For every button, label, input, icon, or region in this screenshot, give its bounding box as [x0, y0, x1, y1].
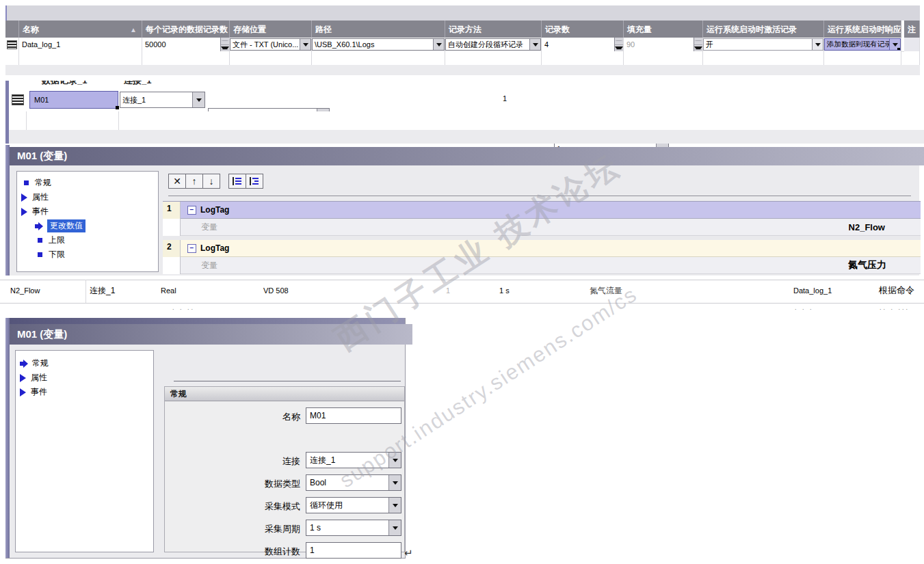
expand-triangle-icon[interactable]	[21, 208, 27, 216]
collapse-minus-icon[interactable]: −	[187, 206, 196, 215]
delete-x-icon: ✕	[173, 176, 181, 187]
dropdown-arrow-icon[interactable]	[192, 92, 204, 107]
dropdown-arrow-icon[interactable]	[529, 39, 540, 50]
fill-level-spinner[interactable]	[694, 38, 702, 51]
general-group-box: 常规 名称 M01 连接 连接_1 数据类型 Bool	[164, 386, 405, 552]
n2-data-log: Data_log_1	[793, 286, 832, 295]
method-combobox[interactable]: 自动创建分段循环记录	[445, 38, 541, 51]
current-item-arrow-icon	[20, 360, 28, 368]
name-input[interactable]: M01	[306, 407, 401, 424]
selection-handle[interactable]	[897, 48, 901, 51]
param-value[interactable]: N2_Flow	[849, 222, 885, 232]
nav-item-general[interactable]: 常规	[16, 356, 153, 371]
col-header-enable-at-startup[interactable]: 运行系统启动时激活记录	[703, 21, 824, 38]
nav-item-general[interactable]: 常规	[17, 176, 158, 190]
field-name: 名称 M01	[165, 407, 406, 425]
nav-label: 属性	[31, 372, 47, 384]
field-label: 连接	[165, 455, 300, 468]
col-header-startup-response[interactable]: 运行系统启动时响应	[824, 21, 901, 38]
acq-cycle-select[interactable]: 1 s	[306, 520, 401, 536]
enable-startup-combobox[interactable]: 开	[703, 38, 823, 51]
log-count-spinner[interactable]	[614, 38, 623, 51]
nav-item-value-change[interactable]: 更改数值	[17, 219, 158, 233]
log-table-empty-row[interactable]	[5, 51, 920, 66]
function-row-2-param[interactable]: 变量 氮气压力	[163, 257, 921, 274]
array-count-input[interactable]: 1	[306, 542, 401, 559]
col-header-fill-level[interactable]: 填充量	[624, 21, 703, 38]
sort-ascending-icon[interactable]: ▲	[130, 26, 137, 33]
dropdown-arrow-icon[interactable]	[300, 39, 311, 50]
n2-flow-row[interactable]: N2_Flow 连接_1 Real VD 508 1 1 s 氮气流量 Data…	[0, 277, 924, 312]
col-header-log-count[interactable]: 记录数	[542, 21, 624, 38]
dropdown-arrow-icon[interactable]	[388, 453, 401, 468]
expand-triangle-icon[interactable]	[20, 388, 26, 397]
n2-name: N2_Flow	[10, 286, 40, 295]
delete-button[interactable]: ✕	[168, 174, 186, 189]
panel-title: M01 (变量)	[17, 150, 67, 163]
connection-combobox[interactable]: 连接_1	[120, 92, 205, 108]
arrow-up-icon: ↑	[192, 176, 197, 187]
selection-handle[interactable]	[116, 106, 119, 109]
nav-item-properties[interactable]: 属性	[17, 190, 158, 204]
path-combobox[interactable]: \USB_X60.1\Logs	[312, 38, 445, 51]
move-down-button[interactable]: ↓	[202, 174, 220, 189]
col-label: 名称	[23, 24, 39, 36]
storage-combobox[interactable]: 文件 - TXT (Unico...	[230, 38, 311, 51]
col-header-method[interactable]: 记录方法	[445, 21, 542, 38]
startup-response-combobox[interactable]: 添加数据到现有记录...	[824, 38, 901, 51]
panel-body: 常规 属性 事件 常规 名称 M01 连接 连接_1	[10, 345, 405, 558]
col-header-name[interactable]: 名称 ▲	[19, 21, 142, 38]
function-row-1[interactable]: 1 − LogTag	[163, 201, 921, 219]
panel-body: 常规 属性 事件 更改数值 上限 下限 ✕ ↑ ↓	[10, 165, 919, 276]
row-number: 1	[163, 202, 181, 219]
function-row-2[interactable]: 2 − LogTag	[163, 240, 921, 257]
cell-log-name[interactable]: Data_log_1	[19, 38, 142, 51]
col-header-storage[interactable]: 存储位置	[230, 21, 312, 38]
log-table-filler	[5, 65, 920, 75]
log-table-row: Data_log_1 50000 文件 - TXT (Unico... \USB…	[5, 38, 920, 52]
nav-item-upper-limit[interactable]: 上限	[17, 233, 158, 247]
group-title: 常规	[170, 388, 187, 400]
data-type-select[interactable]: Bool	[306, 474, 401, 491]
dropdown-arrow-icon[interactable]	[388, 520, 401, 535]
square-bullet-icon	[24, 180, 29, 185]
param-value[interactable]: 氮气压力	[848, 259, 886, 271]
collapse-minus-icon[interactable]: −	[187, 244, 196, 253]
events-properties-panel: M01 (变量) 常规 属性 事件 更改数值 上限 下限 ✕ ↑ ↓	[5, 145, 919, 276]
col-header-records-per-log[interactable]: 每个记录的数据记录数	[142, 21, 230, 38]
expand-triangle-icon[interactable]	[21, 193, 27, 202]
cell-records-per-log[interactable]: 50000	[142, 38, 230, 51]
expand-triangle-icon[interactable]	[20, 374, 26, 382]
col-header-path[interactable]: 路径	[312, 21, 445, 38]
square-bullet-icon	[38, 238, 42, 243]
row-selector-cell[interactable]	[12, 94, 24, 105]
col-header-partial[interactable]: 注	[904, 21, 920, 38]
function-table: 1 − LogTag 变量 N2_Flow 2 − Log	[163, 201, 921, 276]
cell-log-count[interactable]: 4	[542, 38, 624, 51]
nav-item-events[interactable]: 事件	[16, 385, 153, 399]
dropdown-arrow-icon[interactable]	[388, 475, 401, 490]
tag-table-empty-row[interactable]	[9, 111, 924, 131]
clipped-next-row: . . .	[795, 304, 814, 311]
nav-item-lower-limit[interactable]: 下限	[17, 247, 158, 262]
function-row-1-param[interactable]: 变量 N2_Flow	[163, 219, 921, 236]
cell-startup-response: 添加数据到现有记录...	[824, 38, 901, 51]
script-indent-button[interactable]	[246, 174, 263, 189]
cell-fill-level[interactable]: 90	[624, 38, 703, 51]
data-type-value: Bool	[310, 478, 326, 487]
tag-name-cell[interactable]: M01	[29, 91, 118, 109]
row-selector-cell[interactable]	[5, 38, 19, 51]
acq-mode-select[interactable]: 循环使用	[306, 497, 401, 513]
script-edit-button[interactable]	[228, 174, 246, 189]
records-spinner[interactable]	[220, 38, 229, 51]
dropdown-arrow-icon[interactable]	[812, 39, 823, 50]
nav-item-properties[interactable]: 属性	[16, 371, 153, 385]
panel-top-band	[10, 318, 405, 324]
array-count-cell[interactable]: 1	[503, 94, 507, 103]
move-up-button[interactable]: ↑	[185, 174, 203, 189]
dropdown-arrow-icon[interactable]	[433, 39, 444, 50]
dropdown-arrow-icon[interactable]	[388, 498, 401, 513]
nav-item-events[interactable]: 事件	[17, 204, 158, 219]
connection-value: 连接_1	[122, 95, 146, 105]
connection-select[interactable]: 连接_1	[306, 452, 401, 468]
